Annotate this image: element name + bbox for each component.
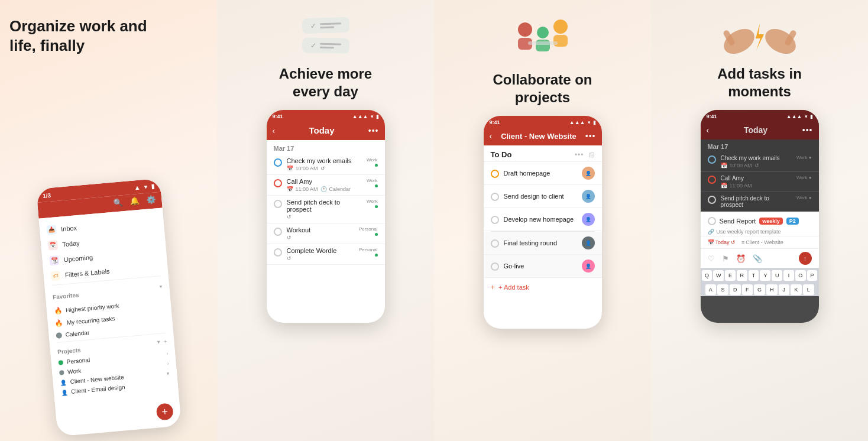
fab-add-button[interactable]: + (156, 403, 173, 420)
quick-text-3: Send pitch deck to prospect (721, 195, 792, 208)
key-r[interactable]: R (737, 270, 747, 281)
key-t[interactable]: T (749, 270, 759, 281)
task-name-4: Workout (287, 226, 354, 234)
inbox-label: Inbox (60, 224, 77, 232)
key-w[interactable]: W (713, 270, 724, 281)
upcoming-icon: 📆 (49, 255, 59, 265)
collab-task-1[interactable]: Draft homepage 👤 (484, 162, 602, 185)
work-tag-3: Work (367, 199, 378, 204)
task-right-3: Work (367, 199, 378, 208)
key-g[interactable]: G (754, 284, 765, 295)
task-row-5[interactable]: Complete Wordle ↺ Personal (267, 244, 385, 265)
avatar-1: 👤 (582, 167, 595, 180)
key-a[interactable]: A (705, 284, 717, 295)
quick-task-1[interactable]: Check my work emails 📅 10:00 AM ↺ Work ● (701, 152, 819, 172)
key-y[interactable]: Y (760, 270, 770, 281)
key-p[interactable]: P (807, 270, 818, 281)
back-button-3[interactable]: ‹ (490, 131, 493, 141)
checkmark-icon-1: ✓ (310, 22, 316, 30)
collab-task-4[interactable]: Final testing round 👤 (484, 232, 602, 255)
section-collapse-icon[interactable]: ⊟ (589, 151, 595, 159)
quick-sub-text: 🔗 Use weekly report template (701, 228, 819, 236)
collab-task-2[interactable]: Send design to client 👤 (484, 185, 602, 208)
task-name-5: Complete Wordle (287, 247, 354, 254)
key-s[interactable]: S (717, 284, 728, 295)
collaborate-svg (495, 12, 590, 65)
key-h[interactable]: H (766, 284, 778, 295)
project-meta[interactable]: ≡ Client - Website (741, 239, 783, 245)
flag-action-icon[interactable]: ⚑ (722, 254, 729, 263)
quick-task-name-2: Call Amy (721, 175, 792, 181)
time-q1: 10:00 AM (730, 163, 752, 168)
project-dot-work (59, 370, 64, 375)
title-bar-2: ‹ Today ••• (267, 123, 385, 140)
new-task-circle (708, 217, 716, 225)
battery-2-icon: ▮ (376, 114, 379, 119)
key-u[interactable]: U (772, 270, 782, 281)
search-icon[interactable]: 🔍 (112, 197, 122, 207)
key-f[interactable]: F (742, 284, 753, 295)
collab-circle-5 (491, 262, 499, 271)
add-task-button[interactable]: + + Add task (484, 278, 602, 296)
key-k[interactable]: K (791, 284, 802, 295)
today-meta[interactable]: 📅 Today ↺ (708, 239, 736, 245)
collab-task-5[interactable]: Go-live 👤 (484, 255, 602, 278)
panel2-heading: Achieve more every day (279, 65, 372, 100)
lines-meta-icon: ≡ (741, 239, 744, 245)
collab-task-list: To Do ••• ⊟ Draft homepage 👤 Send design… (484, 145, 602, 296)
settings-icon[interactable]: ⚙️ (145, 194, 156, 204)
link-icon: 🔗 (708, 229, 714, 235)
back-button-4[interactable]: ‹ (707, 125, 710, 135)
refresh-icon-4: ↺ (287, 235, 292, 241)
quick-add-card: Send Report weekly P2 🔗 Use weekly repor… (701, 212, 819, 296)
more-options-3[interactable]: ••• (585, 131, 596, 141)
svg-rect-6 (528, 41, 558, 45)
task-row-2[interactable]: Call Amy 📅 11:00 AM 🕐 Calendar Work (267, 175, 385, 196)
check-card-bottom: ✓ (302, 37, 349, 53)
key-o[interactable]: O (795, 270, 806, 281)
key-i[interactable]: I (783, 270, 794, 281)
task-row-4[interactable]: Workout ↺ Personal (267, 223, 385, 244)
attachment-action-icon[interactable]: 📎 (753, 254, 762, 263)
signal-4-icon: ▲▲▲ (786, 114, 802, 119)
back-button-2[interactable]: ‹ (273, 126, 276, 135)
clock-icon-2: 🕐 (320, 186, 327, 192)
more-options-2[interactable]: ••• (368, 126, 379, 135)
add-project-icon[interactable]: + (163, 338, 167, 345)
project-meta-label: Client - Website (746, 239, 783, 245)
avatar-2: 👤 (582, 190, 595, 203)
svg-point-2 (553, 20, 568, 34)
quick-add-input-row[interactable]: Send Report weekly P2 (701, 212, 819, 228)
key-j[interactable]: J (779, 284, 790, 295)
p2-tag[interactable]: P2 (786, 218, 799, 225)
key-q[interactable]: Q (702, 270, 712, 281)
task-row-3[interactable]: Send pitch deck to prospect ↺ Work (267, 196, 385, 223)
quick-text-2: Call Amy 📅 11:00 AM (721, 175, 792, 189)
quick-task-3[interactable]: Send pitch deck to prospect Work ● (701, 192, 819, 212)
phone-mockup-4: 9:41 ▲▲▲ ▾ ▮ ‹ Today ••• Mar 17 Check my… (701, 110, 819, 323)
project-title: Client - New Website (501, 132, 576, 141)
heart-action-icon[interactable]: ♡ (708, 254, 715, 263)
key-d[interactable]: D (730, 284, 741, 295)
key-l[interactable]: L (803, 284, 814, 295)
panel3-heading: Collaborate on projects (493, 71, 592, 106)
time-4: 9:41 (707, 114, 717, 119)
phone-mockup-1: 1/3 ▲ ▾ ▮ 🔍 🔔 ⚙️ 📥 Inbox (36, 179, 182, 437)
status-bar-3: 9:41 ▲▲▲ ▾ ▮ (484, 116, 602, 129)
avatar-4: 👤 (582, 236, 595, 249)
task-row-1[interactable]: Check my work emails 📅 10:00 AM ↺ Work (267, 154, 385, 175)
task-meta-4: ↺ (287, 235, 354, 241)
bell-icon[interactable]: 🔔 (129, 196, 139, 206)
weekly-tag[interactable]: weekly (759, 218, 783, 225)
collab-circle-4 (491, 239, 499, 248)
more-options-4[interactable]: ••• (802, 125, 813, 135)
date-label-4: Mar 17 (701, 140, 819, 152)
time-3: 9:41 (490, 119, 500, 125)
section-dots-icon[interactable]: ••• (575, 151, 584, 159)
key-e[interactable]: E (725, 270, 736, 281)
collab-task-3[interactable]: Develop new homepage 👤 (484, 208, 602, 231)
calendar-label-2: Calendar (329, 186, 351, 192)
quick-task-2[interactable]: Call Amy 📅 11:00 AM Work ● (701, 172, 819, 192)
send-task-button[interactable]: ↑ (799, 252, 812, 265)
alarm-action-icon[interactable]: ⏰ (736, 254, 746, 263)
